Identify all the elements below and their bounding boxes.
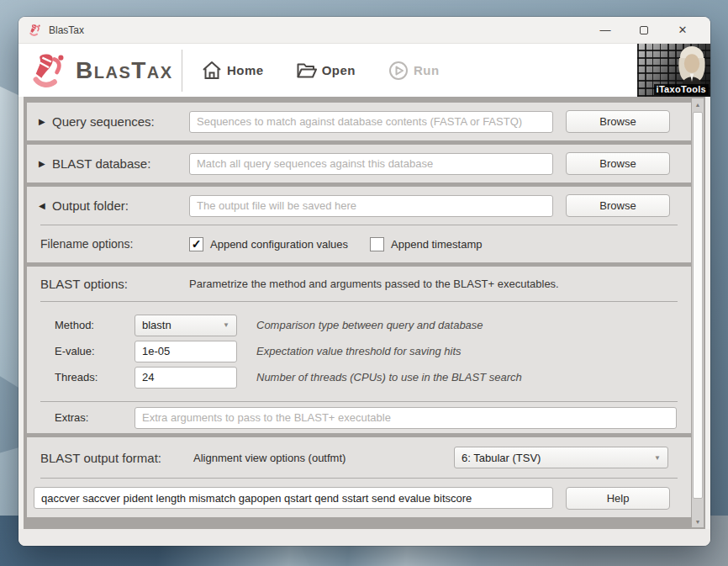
blast-options-title: BLAST options:: [40, 277, 189, 291]
append-timestamp-label: Append timestamp: [391, 238, 482, 251]
filename-options-label: Filename options:: [40, 237, 189, 251]
close-button[interactable]: ✕: [663, 18, 702, 43]
append-timestamp-checkbox[interactable]: ✓ Append timestamp: [370, 237, 482, 251]
header-nav: Home Open Run: [201, 60, 440, 82]
output-expander-icon[interactable]: ◀: [39, 201, 52, 210]
chevron-down-icon: ▼: [654, 454, 661, 462]
home-icon: [201, 60, 223, 82]
blast-database-section: ▶ BLAST database: Browse: [27, 145, 691, 182]
query-expander-icon[interactable]: ▶: [39, 117, 52, 126]
output-format-subtitle: Alignment view options (outfmt): [193, 452, 454, 464]
blast-options-section: BLAST options: Parametrize the method an…: [27, 267, 691, 433]
scroll-down-icon[interactable]: ▼: [692, 516, 704, 527]
query-sequences-section: ▶ Query sequences: Browse: [27, 103, 691, 140]
minimize-button[interactable]: —: [586, 18, 625, 43]
method-dropdown[interactable]: blastn ▼: [135, 315, 237, 336]
output-input[interactable]: [189, 195, 553, 217]
evalue-label: E-value:: [55, 345, 135, 357]
maximize-icon: [640, 26, 648, 34]
chevron-down-icon: ▼: [223, 321, 229, 329]
home-label: Home: [227, 63, 264, 77]
output-browse-button[interactable]: Browse: [566, 194, 670, 217]
append-config-label: Append configuration values: [210, 238, 348, 251]
output-format-title: BLAST output format:: [40, 451, 193, 465]
scrollbar-thumb[interactable]: [693, 112, 703, 499]
output-label: Output folder:: [52, 198, 189, 213]
evalue-description: Expectation value threshold for saving h…: [256, 345, 462, 357]
titlebar: BlasTax — ✕: [18, 17, 710, 44]
minimize-icon: —: [600, 24, 611, 36]
brand-wordmark: BLASTAX: [76, 57, 173, 84]
threads-label: Threads:: [55, 371, 135, 384]
output-format-dropdown[interactable]: 6: Tabular (TSV) ▼: [454, 447, 668, 468]
run-label: Run: [414, 63, 440, 77]
blast-options-description: Parametrize the method and arguments pas…: [189, 278, 559, 290]
brand-logo: BLASTAX: [30, 51, 178, 90]
checkmark-icon: ✓: [192, 238, 202, 250]
run-play-icon: [388, 60, 409, 82]
threads-description: Number of threads (CPUs) to use in the B…: [256, 371, 522, 384]
checkbox-box: ✓: [370, 237, 384, 251]
database-browse-button[interactable]: Browse: [566, 152, 670, 175]
window-title: BlasTax: [49, 24, 84, 36]
header-divider: [182, 50, 182, 92]
threads-input[interactable]: [135, 367, 237, 389]
query-input[interactable]: [189, 111, 553, 133]
output-format-section: BLAST output format: Alignment view opti…: [27, 437, 691, 517]
checkbox-box: ✓: [189, 237, 203, 251]
app-header: BLASTAX Home Open: [18, 44, 710, 97]
database-label: BLAST database:: [52, 156, 189, 171]
scroll-up-icon[interactable]: ▲: [692, 98, 704, 110]
evalue-input[interactable]: [135, 341, 237, 362]
database-input[interactable]: [189, 153, 553, 175]
database-expander-icon[interactable]: ▶: [39, 159, 52, 168]
app-window: BlasTax — ✕ BLASTAX: [18, 17, 710, 546]
open-button[interactable]: Open: [296, 60, 356, 82]
close-icon: ✕: [678, 24, 688, 36]
output-folder-section: ◀ Output folder: Browse Filename options…: [27, 187, 691, 262]
maximize-button[interactable]: [625, 18, 663, 43]
output-format-value: 6: Tabular (TSV): [462, 452, 541, 464]
app-logo-icon[interactable]: [29, 24, 42, 37]
filename-options-group: ✓ Append configuration values ✓ Append t…: [189, 237, 482, 251]
home-button[interactable]: Home: [201, 60, 264, 82]
run-button[interactable]: Run: [388, 60, 440, 82]
append-config-checkbox[interactable]: ✓ Append configuration values: [189, 237, 348, 251]
method-description: Comparison type between query and databa…: [256, 319, 483, 331]
window-footer: [18, 529, 710, 546]
method-label: Method:: [55, 319, 135, 331]
outfmt-columns-input[interactable]: [34, 487, 553, 509]
open-folder-icon: [296, 60, 318, 82]
open-label: Open: [322, 63, 356, 77]
blastax-logo-icon: [30, 51, 69, 90]
blast-options-form: Method: blastn ▼ Comparison type between…: [27, 302, 691, 401]
method-value: blastn: [142, 319, 171, 331]
main-content: ▶ Query sequences: Browse ▶ BLAST databa…: [24, 97, 705, 529]
extras-input[interactable]: [135, 407, 677, 429]
itaxotools-badge: iTaxoTools: [637, 44, 710, 97]
badge-label: iTaxoTools: [654, 84, 709, 95]
query-browse-button[interactable]: Browse: [566, 110, 670, 133]
query-label: Query sequences:: [52, 114, 189, 129]
vertical-scrollbar[interactable]: ▲ ▼: [692, 98, 704, 527]
help-button[interactable]: Help: [566, 487, 670, 510]
extras-label: Extras:: [55, 411, 135, 424]
window-controls: — ✕: [586, 18, 702, 43]
